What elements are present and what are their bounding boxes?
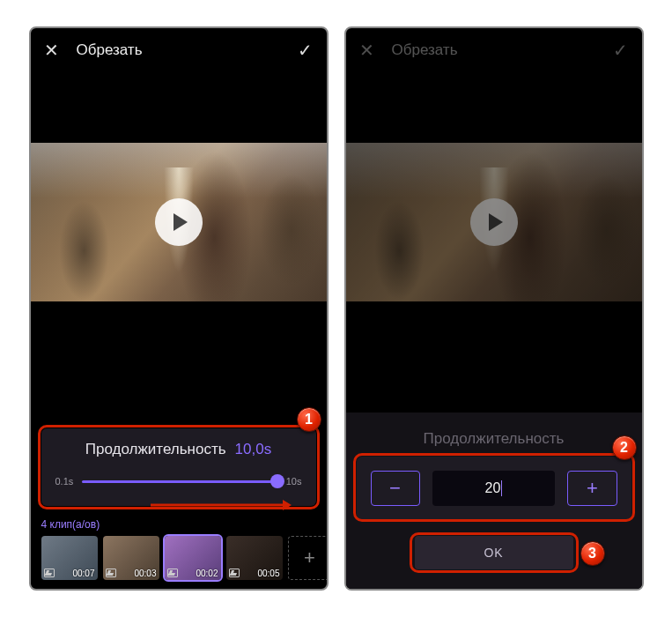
- clip-duration: 00:05: [257, 569, 279, 578]
- clip-thumbnail[interactable]: 00:07: [41, 536, 98, 580]
- slider-thumb[interactable]: [270, 474, 284, 488]
- duration-input-value: 20: [485, 480, 501, 496]
- svg-marker-1: [283, 500, 292, 510]
- callout-badge-2: 2: [612, 435, 637, 460]
- page-title: Обрезать: [77, 41, 143, 59]
- image-icon: [229, 569, 240, 577]
- increment-button[interactable]: +: [567, 471, 617, 506]
- annotation-arrow: [151, 494, 292, 495]
- image-icon: [44, 569, 55, 577]
- close-icon[interactable]: ✕: [43, 40, 61, 61]
- slider-max-label: 10s: [286, 476, 302, 487]
- duration-label: Продолжительность: [85, 441, 226, 458]
- clips-bar: 4 клип(а/ов) 00:07 00:03 00:02 00:05 +: [41, 518, 316, 580]
- clip-thumbnail[interactable]: 00:05: [226, 536, 283, 580]
- callout-badge-3: 3: [580, 541, 605, 566]
- phone-left: ✕ Обрезать ✓ Продолжительность 10,0s 0.1…: [29, 26, 329, 591]
- page-title: Обрезать: [392, 41, 458, 59]
- close-icon[interactable]: ✕: [358, 40, 376, 61]
- stepper-row: − 20 +: [357, 457, 631, 520]
- clips-count-label: 4 клип(а/ов): [41, 518, 316, 531]
- duration-label: Продолжительность: [346, 430, 642, 448]
- slider-track[interactable]: [82, 480, 277, 483]
- video-preview: [346, 72, 642, 372]
- clips-row: 00:07 00:03 00:02 00:05 +: [41, 536, 316, 580]
- confirm-icon[interactable]: ✓: [613, 40, 628, 61]
- clip-duration: 00:07: [72, 569, 94, 578]
- play-icon[interactable]: [155, 198, 203, 246]
- duration-input[interactable]: 20: [432, 471, 556, 506]
- duration-panel: Продолжительность 10,0s 0.1s 10s: [41, 428, 316, 506]
- clip-duration: 00:02: [196, 569, 218, 578]
- ok-button[interactable]: OK: [415, 536, 573, 569]
- duration-value[interactable]: 10,0s: [235, 441, 272, 458]
- header: ✕ Обрезать ✓: [346, 28, 642, 72]
- duration-slider[interactable]: 0.1s 10s: [55, 471, 302, 492]
- phone-right: ✕ Обрезать ✓ Продолжительность − 20 + OK…: [344, 26, 644, 591]
- clip-thumbnail[interactable]: 00:03: [103, 536, 159, 580]
- video-preview: [31, 72, 327, 372]
- decrement-button[interactable]: −: [371, 471, 420, 506]
- clip-duration: 00:03: [134, 569, 156, 578]
- callout-badge-1: 1: [297, 407, 321, 432]
- confirm-icon[interactable]: ✓: [298, 40, 313, 61]
- text-caret: [501, 480, 502, 496]
- header: ✕ Обрезать ✓: [31, 28, 327, 72]
- play-icon[interactable]: [470, 198, 518, 246]
- slider-min-label: 0.1s: [55, 476, 74, 487]
- clip-thumbnail[interactable]: 00:02: [165, 536, 221, 580]
- image-icon: [167, 569, 178, 577]
- add-clip-button[interactable]: +: [288, 536, 329, 580]
- image-icon: [106, 569, 116, 577]
